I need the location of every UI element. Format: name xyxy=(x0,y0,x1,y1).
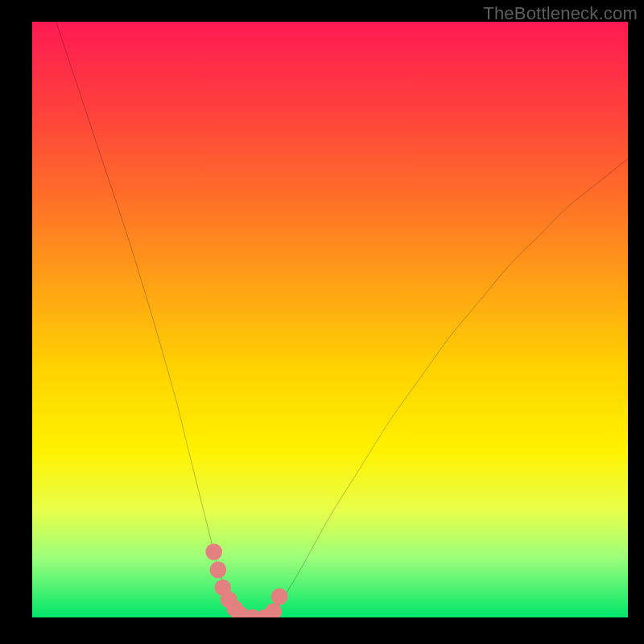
curve-left-path xyxy=(56,22,241,617)
curve-right xyxy=(270,159,628,617)
curve-left xyxy=(56,22,241,617)
chart-frame: TheBottleneck.com xyxy=(0,0,644,644)
attribution-text: TheBottleneck.com xyxy=(483,3,638,24)
plot-area xyxy=(32,22,628,617)
marker-dot xyxy=(265,603,282,617)
highlight-markers xyxy=(205,543,287,617)
marker-dot xyxy=(205,543,222,560)
curve-right-path xyxy=(270,159,628,617)
marker-dot xyxy=(210,561,227,578)
marker-dot xyxy=(271,588,288,605)
chart-svg xyxy=(32,22,628,617)
